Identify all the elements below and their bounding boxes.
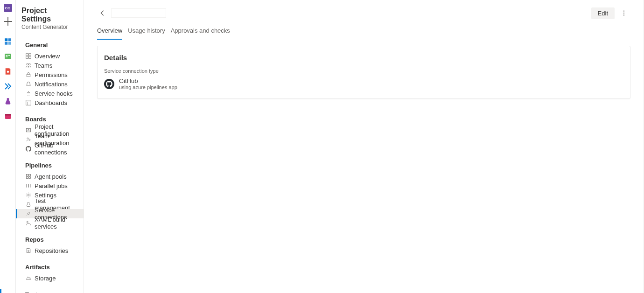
test-icon [25,201,32,208]
github-icon [106,81,112,87]
back-button[interactable] [97,7,108,19]
svg-rect-11 [26,54,28,56]
tab-usage-history[interactable]: Usage history [128,24,165,40]
nav-item-label: Notifications [35,81,68,88]
svg-point-29 [28,250,29,251]
nav-overview[interactable]: Overview [16,51,84,61]
sidebar-header: Project Settings Content Generator [16,0,84,33]
tab-overview[interactable]: Overview [97,24,122,40]
svg-rect-12 [29,54,31,56]
hook-icon [25,90,32,97]
team-config-icon [25,136,32,143]
grid-icon [25,53,32,59]
nav-item-label: Agent pools [35,173,67,180]
svg-point-32 [623,13,624,14]
rail-artifacts-icon[interactable] [2,111,14,122]
bell-icon [25,81,32,87]
nav-servicehooks[interactable]: Service hooks [16,89,84,98]
connection-name: GitHub [119,77,177,84]
nav-teams[interactable]: Teams [16,61,84,70]
svg-rect-25 [27,177,28,179]
page-title: Project Settings [21,7,78,23]
section-test: Test [16,283,84,293]
more-vertical-icon [621,10,627,16]
github-avatar [104,79,114,89]
svg-rect-19 [27,128,31,132]
nav-agentpools[interactable]: Agent pools [16,172,84,181]
svg-point-27 [28,194,29,196]
connection-row: GitHub using azure pipelines app [104,77,623,90]
project-badge[interactable]: CG [4,4,12,12]
lock-icon [25,71,32,78]
parallel-icon [25,182,32,189]
connection-subtitle: using azure pipelines app [119,84,177,90]
xaml-icon [25,220,32,226]
project-name: Content Generator [21,24,78,30]
nav-item-label: Repositories [35,247,68,254]
svg-rect-2 [5,42,7,45]
nav-ghconnections[interactable]: GitHub connections [16,144,84,153]
svg-rect-6 [6,56,7,57]
nav-notifications[interactable]: Notifications [16,79,84,89]
svg-point-33 [623,14,624,15]
nav-item-label: Service hooks [35,90,73,97]
settings-sidebar: Project Settings Content Generator Gener… [16,0,84,293]
svg-point-16 [28,63,30,65]
section-artifacts: Artifacts [16,255,84,273]
team-icon [25,62,32,69]
connection-type-label: Service connection type [104,68,623,74]
svg-point-31 [623,11,624,12]
nav-storage[interactable]: Storage [16,273,84,283]
rail-divider [3,31,13,31]
svg-rect-1 [8,38,11,41]
nav-repositories[interactable]: Repositories [16,246,84,255]
svg-rect-7 [8,55,10,56]
svg-rect-0 [5,38,7,41]
svg-rect-24 [29,174,31,176]
rail-overview-icon[interactable] [2,36,14,47]
nav-permissions[interactable]: Permissions [16,70,84,79]
svg-rect-10 [5,114,11,116]
svg-rect-3 [8,42,11,45]
tab-approvals[interactable]: Approvals and checks [171,24,230,40]
rail-repos-icon[interactable] [2,66,14,77]
section-pipelines: Pipelines [16,153,84,172]
svg-rect-14 [29,56,31,59]
more-options-button[interactable] [617,7,630,20]
left-nav-rail: CG [0,0,16,293]
main-content: Edit Overview Usage history Approvals an… [84,0,644,293]
rail-boards-icon[interactable] [2,51,14,62]
svg-point-15 [27,63,28,65]
nav-item-label: Permissions [35,71,68,78]
add-button[interactable] [2,16,14,27]
card-title: Details [104,54,623,62]
svg-rect-13 [26,56,28,59]
edit-button[interactable]: Edit [591,7,615,19]
dashboard-icon [25,99,32,106]
rail-testplans-icon[interactable] [2,96,14,107]
nav-item-label: Parallel jobs [35,182,68,189]
svg-point-28 [27,221,28,223]
svg-rect-23 [27,174,28,176]
rail-pipelines-icon[interactable] [2,81,14,92]
nav-dashboards[interactable]: Dashboards [16,98,84,107]
nav-item-label: GitHub connections [35,142,80,156]
plug-icon [25,210,32,217]
details-card: Details Service connection type GitHub u… [97,46,630,99]
config-icon [25,127,32,133]
section-general: General [16,33,84,51]
nav-item-label: Dashboards [35,99,67,106]
repo-icon [25,247,32,254]
pool-icon [25,173,32,180]
section-repos: Repos [16,228,84,246]
gear-icon [25,192,32,198]
nav-paralleljobs[interactable]: Parallel jobs [16,181,84,190]
plus-icon [2,16,14,27]
nav-xaml[interactable]: XAML build services [16,218,84,228]
svg-rect-26 [29,177,31,179]
breadcrumb[interactable] [111,8,166,18]
svg-rect-5 [6,55,7,56]
nav-item-label: Overview [35,53,60,60]
svg-point-22 [29,139,30,140]
svg-point-21 [27,138,28,139]
